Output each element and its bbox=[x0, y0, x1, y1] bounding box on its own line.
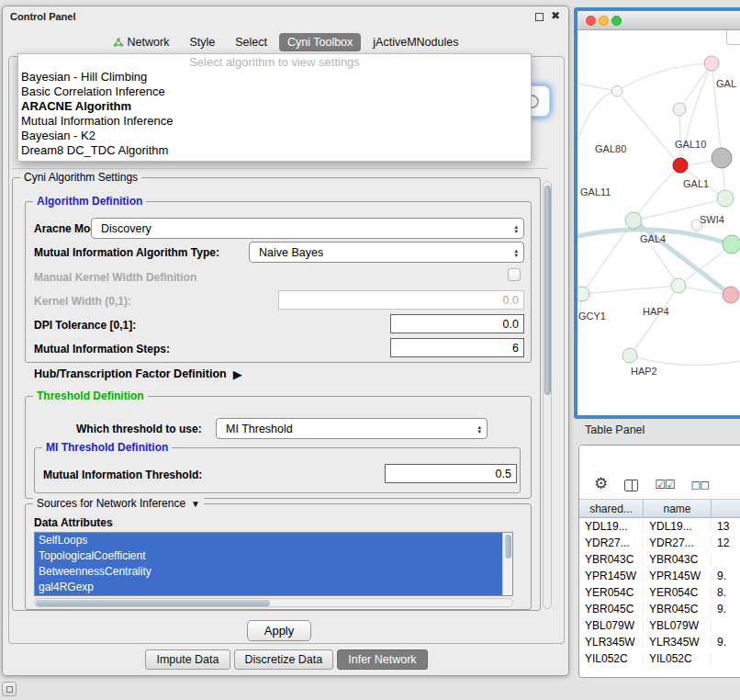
hide-panel-icon[interactable] bbox=[2, 682, 17, 696]
which-threshold-label: Which threshold to use: bbox=[76, 422, 202, 436]
network-node-pink-top[interactable] bbox=[704, 56, 719, 71]
network-node-hap2[interactable] bbox=[622, 348, 637, 363]
mi-threshold-field[interactable]: 0.5 bbox=[385, 464, 517, 483]
node-label-hap2: HAP2 bbox=[631, 366, 657, 377]
data-attributes-list[interactable]: SelfLoopsTopologicalCoefficientBetweenne… bbox=[34, 532, 513, 596]
table-row[interactable]: YDL19...YDL19...13 bbox=[579, 518, 740, 535]
tab-select[interactable]: Select bbox=[227, 33, 275, 51]
column-header-2[interactable] bbox=[712, 500, 740, 517]
table-cell: YDR27... bbox=[579, 536, 644, 549]
network-node-pink-right[interactable] bbox=[723, 287, 739, 303]
attribute-item-betweennesscentrality[interactable]: BetweennessCentrality bbox=[35, 564, 512, 580]
table-row[interactable]: YLR345WYLR345W9. bbox=[579, 634, 740, 650]
close-window-icon[interactable] bbox=[586, 16, 596, 26]
table-row[interactable]: YER054CYER054C8. bbox=[579, 584, 740, 601]
network-node-pale-1[interactable] bbox=[611, 85, 622, 96]
network-edge bbox=[633, 165, 680, 220]
network-node-red[interactable] bbox=[673, 158, 688, 173]
algorithm-option-mutual-information-inference[interactable]: Mutual Information Inference bbox=[18, 114, 531, 129]
network-node-gal10[interactable] bbox=[712, 148, 732, 168]
network-node-swi4[interactable] bbox=[723, 235, 740, 254]
threshold-definition-title: Threshold Definition bbox=[33, 390, 148, 402]
deselect-all-checks-icon[interactable]: ◻◻ bbox=[691, 479, 710, 491]
network-node-pale-2[interactable] bbox=[673, 103, 686, 116]
table-cell: YDL19... bbox=[644, 520, 712, 533]
network-node-gal1[interactable] bbox=[717, 190, 734, 207]
node-label-gal11: GAL11 bbox=[580, 186, 611, 198]
algorithm-option-bayesian-k2[interactable]: Bayesian - K2 bbox=[18, 129, 531, 143]
network-edge bbox=[630, 286, 678, 356]
kernel-width-field[interactable]: 0.0 bbox=[278, 290, 524, 310]
table-row[interactable]: YBL079WYBL079W bbox=[579, 617, 740, 634]
tab-discretize-data[interactable]: Discretize Data bbox=[234, 649, 334, 670]
gear-icon[interactable]: ⚙ bbox=[594, 476, 608, 491]
tab-jactivemnodules[interactable]: jActiveMNodules bbox=[364, 33, 466, 51]
scrollbar-thumb[interactable] bbox=[505, 535, 511, 559]
dropdown-items: Bayesian - Hill ClimbingBasic Correlatio… bbox=[18, 70, 531, 158]
table-body: YDL19...YDL19...13YDR27...YDR27...12YBR0… bbox=[579, 518, 740, 667]
table-row[interactable]: YDR27...YDR27...12 bbox=[579, 535, 740, 551]
network-edge bbox=[679, 109, 680, 165]
columns-icon[interactable] bbox=[624, 480, 638, 491]
table-cell: YLR345W bbox=[644, 636, 712, 649]
algorithm-option-basic-correlation-inference[interactable]: Basic Correlation Inference bbox=[18, 85, 531, 99]
node-label-gal10: GAL10 bbox=[675, 139, 706, 150]
tab-cyni-toolbox[interactable]: Cyni Toolbox bbox=[279, 33, 361, 51]
algorithm-dropdown: Select algorithm to view settings Bayesi… bbox=[17, 53, 532, 162]
table-cell: YBR043C bbox=[579, 553, 644, 566]
network-node-hap4[interactable] bbox=[671, 278, 686, 293]
attribute-item-topologicalcoefficient[interactable]: TopologicalCoefficient bbox=[35, 548, 512, 564]
table-cell: 9. bbox=[712, 636, 740, 649]
which-threshold-combo[interactable]: MI Threshold ▴▾ bbox=[216, 418, 488, 439]
network-edge bbox=[577, 91, 617, 141]
table-row[interactable]: YPR145WYPR145W9. bbox=[579, 568, 740, 584]
minimize-window-icon[interactable] bbox=[599, 16, 609, 26]
scrollbar-thumb[interactable] bbox=[36, 600, 270, 606]
hub-section-toggle[interactable]: Hub/Transcription Factor Definition ▶ bbox=[34, 367, 242, 381]
algorithm-option-aracne-algorithm[interactable]: ARACNE Algorithm bbox=[18, 99, 531, 114]
network-node-gal4[interactable] bbox=[625, 212, 642, 229]
mi-algorithm-type-combo[interactable]: Naive Bayes ▴▾ bbox=[249, 242, 524, 263]
settings-scrollbar[interactable] bbox=[543, 181, 552, 609]
field-value: 0.5 bbox=[496, 468, 511, 480]
column-header-name[interactable]: name bbox=[644, 500, 712, 517]
control-panel-titlebar[interactable]: Control Panel ✖ bbox=[3, 6, 568, 27]
select-all-checks-icon[interactable]: ☑☑ bbox=[655, 479, 674, 491]
network-canvas[interactable]: GALGAL80GAL10GAL1GAL11SWI4GAL4GCY1HAP4HA… bbox=[577, 30, 740, 415]
tab-style[interactable]: Style bbox=[181, 33, 223, 51]
attribute-item-selfloops[interactable]: SelfLoops bbox=[35, 533, 512, 548]
mi-algorithm-type-label: Mutual Information Algorithm Type: bbox=[34, 245, 219, 260]
tab-impute-data[interactable]: Impute Data bbox=[145, 649, 230, 670]
sources-section-toggle[interactable]: Sources for Network Inference ▼ bbox=[33, 497, 204, 510]
zoom-window-icon[interactable] bbox=[611, 16, 622, 26]
tab-network[interactable]: Network bbox=[105, 33, 178, 51]
mi-steps-field[interactable]: 6 bbox=[390, 338, 524, 357]
scrollbar-thumb[interactable] bbox=[544, 186, 551, 395]
attributes-hscrollbar[interactable] bbox=[34, 598, 513, 607]
dpi-tolerance-label: DPI Tolerance [0,1]: bbox=[34, 318, 136, 333]
dpi-tolerance-field[interactable]: 0.0 bbox=[390, 314, 524, 333]
column-header-shared-[interactable]: shared... bbox=[579, 500, 644, 517]
table-cell: YER054C bbox=[644, 586, 712, 599]
aracne-mode-combo[interactable]: Discovery ▴▾ bbox=[91, 218, 524, 239]
network-node-gcy1[interactable] bbox=[577, 287, 589, 301]
tab-infer-network[interactable]: Infer Network bbox=[337, 649, 427, 670]
mi-threshold-definition-title: MI Threshold Definition bbox=[42, 441, 172, 454]
apply-button[interactable]: Apply bbox=[247, 620, 311, 641]
algorithm-option-bayesian-hill-climbing[interactable]: Bayesian - Hill Climbing bbox=[18, 70, 531, 85]
combo-value: MI Threshold bbox=[226, 423, 293, 435]
node-label-hap4: HAP4 bbox=[643, 306, 669, 317]
expand-right-icon: ▶ bbox=[233, 367, 242, 381]
attribute-item-gal4rgexp[interactable]: gal4RGexp bbox=[35, 580, 512, 595]
float-window-icon[interactable] bbox=[535, 13, 544, 21]
table-cell: YBR043C bbox=[644, 553, 712, 566]
close-panel-icon[interactable]: ✖ bbox=[551, 9, 560, 22]
table-row[interactable]: YBR043CYBR043C bbox=[579, 551, 740, 568]
attributes-list-scrollbar[interactable] bbox=[502, 533, 512, 595]
table-row[interactable]: YIL052CYIL052C bbox=[579, 650, 740, 667]
table-row[interactable]: YBR045CYBR045C9. bbox=[579, 601, 740, 617]
network-window-titlebar[interactable] bbox=[577, 11, 740, 30]
manual-kernel-width-checkbox[interactable] bbox=[508, 268, 521, 281]
cyni-algorithm-settings-title: Cyni Algorithm Settings bbox=[20, 171, 141, 184]
algorithm-option-dream8-dc-tdc-algorithm[interactable]: Dream8 DC_TDC Algorithm bbox=[18, 143, 531, 158]
